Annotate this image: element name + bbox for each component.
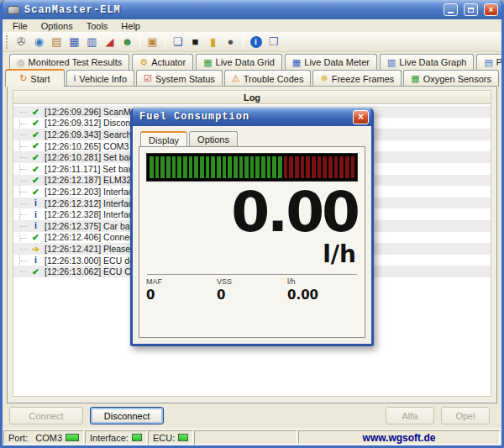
info-icon: i xyxy=(30,198,41,208)
toolbar-separator xyxy=(243,35,244,49)
grid-button[interactable]: ▦ xyxy=(66,34,83,50)
connect-button[interactable]: Connect xyxy=(9,407,83,424)
gauge-segment xyxy=(306,156,310,178)
gauge-segment xyxy=(267,156,271,178)
gauge-segment xyxy=(351,156,355,178)
tab[interactable]: ▦ Oxygen Sensors xyxy=(403,70,499,87)
check-icon: ✔ xyxy=(30,165,41,174)
exit-button[interactable]: ❒ xyxy=(265,34,282,50)
gauge-segment xyxy=(289,156,293,178)
info-button[interactable]: i xyxy=(247,34,265,50)
gauge-segment xyxy=(189,156,193,178)
graph-icon: ◢ xyxy=(106,36,114,47)
freeze-frames-icon: ❄ xyxy=(320,74,328,83)
toolbar-separator xyxy=(165,35,165,49)
report-button[interactable]: ▤ xyxy=(48,34,66,50)
live-data-meter-icon: ▦ xyxy=(292,58,301,67)
globe-icon: ◉ xyxy=(34,36,44,47)
gauge-segment xyxy=(318,156,322,178)
tab[interactable]: ☑ System Status xyxy=(136,70,223,87)
dialog-close-button[interactable]: × xyxy=(353,110,369,124)
maximize-button[interactable] xyxy=(464,3,478,16)
toolbar: ✇◉▤▦▥◢☻▣❏■▮●i❒ xyxy=(3,32,501,52)
tab[interactable]: ❄ Freeze Frames xyxy=(312,70,402,87)
maximize-icon xyxy=(468,8,474,13)
close-button[interactable]: × xyxy=(484,3,498,16)
dialog-title: Fuel Consumption xyxy=(139,111,353,123)
menu-item[interactable]: Tools xyxy=(80,21,115,31)
battery-button[interactable]: ▮ xyxy=(204,34,222,50)
stat-column: VSS 0 xyxy=(217,277,287,303)
report-icon: ▤ xyxy=(51,36,61,47)
ecu-label: ECU: xyxy=(153,433,175,443)
tab[interactable]: ▤ PID Config xyxy=(476,54,504,70)
menu-item[interactable]: File xyxy=(6,21,34,31)
minimize-button[interactable] xyxy=(444,3,458,16)
gauge-segment xyxy=(228,156,232,178)
dialog-tabs: DisplayOptions xyxy=(140,131,365,146)
tab[interactable]: ▥ Live Data Graph xyxy=(380,54,475,70)
tab[interactable]: ⚙ Actuator xyxy=(132,54,193,70)
graph-button[interactable]: ◢ xyxy=(101,34,118,50)
terminal-button[interactable]: ■ xyxy=(186,34,204,50)
system-status-icon: ☑ xyxy=(144,74,152,83)
gauge-button[interactable]: ● xyxy=(222,34,239,50)
menu-item[interactable]: Help xyxy=(114,21,147,31)
gauge-segment xyxy=(177,156,181,178)
website-link[interactable]: www.wgsoft.de xyxy=(298,430,500,445)
opel-button[interactable]: Opel xyxy=(441,407,490,424)
dialog-title-bar[interactable]: Fuel Consumption × xyxy=(133,108,371,126)
ecu-led-indicator xyxy=(178,434,188,441)
tab-label: Oxygen Sensors xyxy=(423,74,491,84)
gauge-segment xyxy=(250,156,255,178)
stat-value: 0.00 xyxy=(287,287,358,303)
battery-icon: ▮ xyxy=(210,36,216,47)
info-icon: i xyxy=(30,221,41,230)
tab[interactable]: ▦ Live Data Grid xyxy=(196,54,282,70)
monitored-tests-icon: ◎ xyxy=(17,58,25,67)
gauge-segment xyxy=(334,156,339,178)
gauge-icon: ● xyxy=(228,36,234,47)
tab[interactable]: ⚠ Trouble Codes xyxy=(224,70,312,87)
check-icon: ✔ xyxy=(30,267,41,277)
interface-led-indicator xyxy=(132,434,142,441)
stat-label: VSS xyxy=(217,277,287,286)
gauge-segment xyxy=(206,156,210,178)
gauge-segment xyxy=(272,156,276,178)
globe-button[interactable]: ◉ xyxy=(30,34,48,50)
tab-label: Live Data Grid xyxy=(216,57,275,67)
arrow-icon: ➔ xyxy=(30,245,41,254)
tab[interactable]: ◎ Monitored Test Results xyxy=(9,54,129,70)
menu-item[interactable]: Options xyxy=(34,21,80,31)
main-window: ScanMaster-ELM × FileOptionsToolsHelp ✇◉… xyxy=(0,0,504,448)
trouble-codes-icon: ⚠ xyxy=(232,74,240,83)
check-icon: ✔ xyxy=(30,233,41,242)
alfa-button[interactable]: Alfa xyxy=(386,407,434,424)
toolbar-grip xyxy=(6,35,9,49)
dialog-close-icon: × xyxy=(358,111,364,123)
obd-connector-button[interactable]: ✇ xyxy=(13,34,30,50)
chart-button[interactable]: ▥ xyxy=(83,34,101,50)
preview-window-button[interactable]: ❏ xyxy=(169,34,186,50)
gauge-segment xyxy=(166,156,171,178)
stat-value: 0 xyxy=(217,287,287,303)
gauge-segment xyxy=(244,156,249,178)
tab[interactable]: ▦ Live Data Meter xyxy=(285,54,377,70)
tab[interactable]: ↻ Start xyxy=(5,69,65,87)
dialog-tab[interactable]: Display xyxy=(140,131,187,146)
tab[interactable]: i Vehicle Info xyxy=(66,70,134,87)
stats-row: MAF 0 VSS 0 l/h 0.00 xyxy=(146,277,358,303)
gauge-segment xyxy=(339,156,344,178)
user-button[interactable]: ☻ xyxy=(118,34,136,50)
user-icon: ☻ xyxy=(122,36,134,47)
stat-value: 0 xyxy=(146,287,217,303)
status-spacer xyxy=(194,430,297,445)
clipboard-button[interactable]: ▣ xyxy=(144,34,161,50)
stat-label: MAF xyxy=(146,277,217,286)
stat-column: l/h 0.00 xyxy=(287,277,358,303)
gauge-segment xyxy=(200,156,204,178)
status-port: Port: COM3 xyxy=(3,430,84,445)
obd-connector-icon: ✇ xyxy=(17,36,26,47)
disconnect-button[interactable]: Disconnect xyxy=(90,407,164,424)
dialog-tab[interactable]: Options xyxy=(189,131,238,146)
